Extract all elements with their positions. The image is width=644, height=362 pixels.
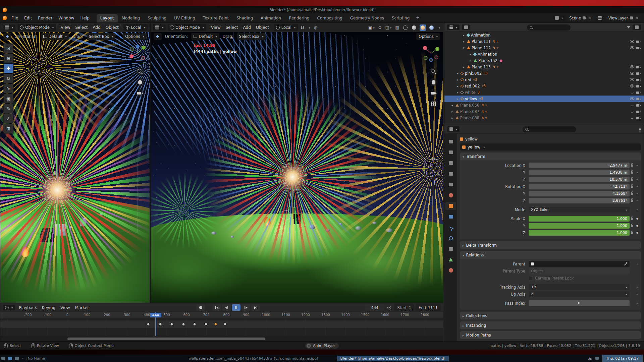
expand-caret-icon[interactable]: ▸: [456, 91, 460, 94]
keyframe-diamond[interactable]: [214, 322, 217, 326]
particles-tab-icon[interactable]: [445, 224, 456, 231]
properties-editor-type-button[interactable]: [447, 126, 460, 132]
copy-viewlayer-icon[interactable]: [630, 16, 633, 19]
workspace-tab[interactable]: Scripting: [388, 14, 413, 22]
timeline-tracks[interactable]: [0, 319, 443, 336]
outliner-row[interactable]: ▸ Plane.113 ↯ ▿: [444, 64, 644, 70]
annotate-tool[interactable]: ✎: [4, 104, 13, 113]
move-tool[interactable]: ✚: [4, 64, 13, 73]
tracking-axis-dropdown[interactable]: +Y: [529, 284, 630, 290]
editor-type-button[interactable]: [3, 24, 15, 31]
hide-eye-icon[interactable]: [630, 116, 635, 120]
camera-visibility-icon[interactable]: [636, 84, 641, 88]
workspace-tab[interactable]: Rendering: [285, 14, 313, 22]
workspace-tab[interactable]: Layout: [97, 14, 118, 22]
auto-keying-button[interactable]: [196, 304, 205, 311]
camera-visibility-icon[interactable]: [636, 103, 641, 108]
animate-dot[interactable]: [635, 302, 640, 305]
window-titlebar[interactable]: Blender* [/home/amalie/Desktop/blender/f…: [0, 6, 644, 13]
transform-tool[interactable]: ◉: [4, 94, 13, 103]
expand-caret-icon[interactable]: ▸: [462, 40, 466, 43]
workspace-tab[interactable]: Sculpting: [144, 14, 170, 22]
end-frame-field[interactable]: End1111: [416, 304, 441, 311]
workspace-1-icon[interactable]: [8, 357, 12, 360]
camera-visibility-icon[interactable]: [636, 109, 641, 114]
workspace-tab[interactable]: Texture Paint: [199, 14, 232, 22]
outliner-row[interactable]: ▸ Plane.056 ↯ ▿: [444, 102, 644, 108]
outliner-row[interactable]: ▸ red ▿3: [444, 76, 644, 83]
material-tab-icon[interactable]: [445, 266, 456, 274]
keyframe-diamond[interactable]: [223, 322, 227, 326]
select-box-tool[interactable]: ⊡: [4, 44, 13, 53]
editor-menu-item[interactable]: Keying: [40, 304, 58, 311]
hide-eye-icon[interactable]: [630, 71, 635, 76]
editor-menu-item[interactable]: Object: [103, 24, 121, 31]
close-viewlayer-icon[interactable]: ×: [635, 16, 639, 20]
lock-icon[interactable]: [630, 232, 635, 234]
taskbar-clock[interactable]: Thu, 02 Jan 09:17: [602, 355, 643, 362]
tool-tab-icon[interactable]: [445, 138, 456, 145]
scale-tool[interactable]: ⇲: [4, 84, 13, 93]
hide-eye-icon[interactable]: [630, 77, 635, 82]
mode-dropdown[interactable]: Object Mode: [168, 24, 206, 31]
camera-visibility-icon[interactable]: [636, 71, 641, 76]
camera-parent-lock-checkbox[interactable]: [529, 276, 533, 280]
zoom-icon[interactable]: [429, 67, 438, 76]
camera-view-icon[interactable]: [429, 89, 438, 97]
camera-visibility-icon[interactable]: [636, 52, 641, 57]
workspace-tab[interactable]: Animation: [257, 14, 285, 22]
orthographic-grid-icon[interactable]: [429, 100, 438, 108]
lock-icon[interactable]: [630, 193, 635, 195]
camera-visibility-icon[interactable]: [636, 77, 641, 82]
menu-item[interactable]: Window: [55, 15, 77, 21]
overlays-dropdown[interactable]: ◫: [385, 25, 392, 30]
object-name-field[interactable]: yellow: [460, 143, 641, 150]
outliner-row[interactable]: ▸ Animation: [444, 51, 644, 57]
filter-icon[interactable]: [627, 26, 630, 28]
animate-dot[interactable]: [635, 286, 640, 289]
delta-transform-header[interactable]: Delta Transform: [460, 241, 641, 249]
expand-caret-icon[interactable]: ▸: [456, 84, 460, 88]
keyframe-diamond[interactable]: [204, 322, 208, 326]
shading-wireframe-button[interactable]: [402, 24, 409, 31]
hide-eye-icon[interactable]: [630, 103, 635, 108]
editor-menu-item[interactable]: Add: [91, 24, 103, 31]
workspace-tab[interactable]: Modeling: [118, 14, 144, 22]
value-field[interactable]: -2.9477 m: [529, 163, 630, 168]
lock-icon[interactable]: [630, 218, 635, 220]
keyboard-layout-indicator[interactable]: us: [588, 356, 592, 361]
workspace-tab[interactable]: Geometry Nodes: [346, 14, 388, 22]
camera-visibility-icon[interactable]: [636, 65, 641, 69]
expand-caret-icon[interactable]: ▸: [469, 53, 472, 56]
menu-item[interactable]: Render: [35, 15, 55, 21]
measure-tool[interactable]: ∠: [4, 114, 13, 123]
editor-menu-item[interactable]: Marker: [73, 304, 91, 311]
lock-icon[interactable]: [630, 172, 635, 174]
rotation-mode-dropdown[interactable]: XYZ Euler: [529, 207, 630, 213]
zoom-icon[interactable]: [136, 67, 144, 76]
cursor-tool[interactable]: ⊕: [4, 54, 13, 63]
value-field[interactable]: -42.711°: [529, 184, 630, 189]
playhead-frame-tag[interactable]: 444: [150, 313, 161, 317]
lock-icon[interactable]: [630, 165, 635, 167]
editor-menu-item[interactable]: View: [58, 24, 72, 31]
world-tab-icon[interactable]: [445, 191, 456, 199]
orientation-dropdown[interactable]: Local: [123, 24, 148, 31]
shading-settings-dropdown[interactable]: [437, 25, 441, 30]
timeline-ruler[interactable]: -200-10001002003004005006007008009001000…: [0, 312, 443, 319]
outliner-row[interactable]: ▸ red.002 ▿3: [444, 83, 644, 89]
properties-search-input[interactable]: [523, 126, 576, 132]
value-field[interactable]: 1.000: [529, 223, 630, 229]
keyframe-diamond[interactable]: [158, 322, 162, 326]
stop-player-icon[interactable]: ✕: [307, 344, 311, 348]
empty-window-button[interactable]: [No Name]: [26, 356, 47, 361]
jump-to-start-button[interactable]: [212, 304, 221, 311]
camera-visibility-icon[interactable]: [636, 33, 641, 38]
mode-dropdown[interactable]: Object Mode: [18, 24, 56, 31]
camera-visibility-icon[interactable]: [636, 97, 641, 101]
current-frame-field[interactable]: 444: [365, 304, 384, 311]
editor-menu-item[interactable]: Select: [73, 24, 90, 31]
xray-toggle-icon[interactable]: ▥: [394, 25, 399, 30]
keyframe-diamond-icon[interactable]: [635, 231, 640, 234]
editor-menu-item[interactable]: Playback: [16, 304, 39, 311]
